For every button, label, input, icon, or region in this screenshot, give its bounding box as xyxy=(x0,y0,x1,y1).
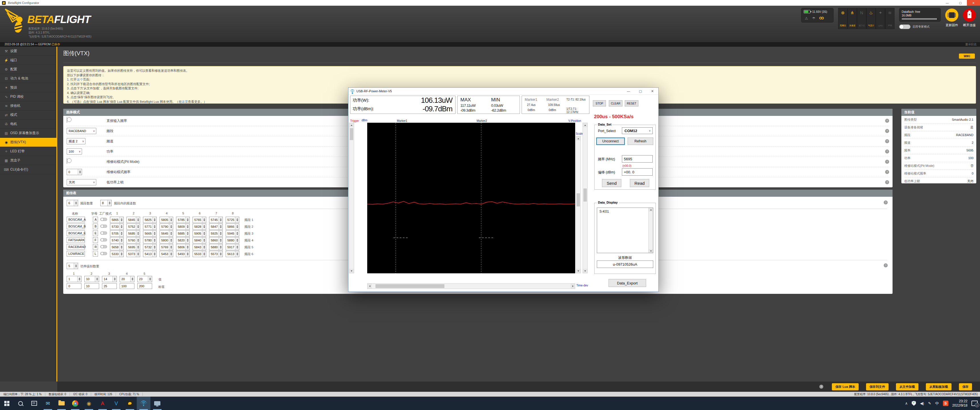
footer-button[interactable]: 从剪贴板加载 xyxy=(926,383,951,390)
freq-input[interactable]: 5790 xyxy=(159,224,173,230)
freq-input[interactable]: 5800 xyxy=(159,237,173,243)
footer-button[interactable]: 保存 xyxy=(959,383,972,390)
port-select-combo[interactable]: COM12 xyxy=(622,127,653,134)
mail-icon[interactable]: ✉ xyxy=(41,397,55,410)
power-value-input[interactable]: 14 xyxy=(102,276,117,282)
spinner-arrows[interactable] xyxy=(169,217,173,222)
power-value-input[interactable]: 20 xyxy=(120,276,134,282)
maximize-button[interactable]: ▢ xyxy=(954,0,967,6)
spinner-arrows[interactable] xyxy=(136,237,140,243)
sidebar-item-motor[interactable]: ✇电机 xyxy=(0,119,56,129)
freq-input[interactable]: 5685 xyxy=(126,230,140,237)
bands-count-input[interactable]: 6 xyxy=(67,200,78,206)
freq-input[interactable]: 5847 xyxy=(209,224,223,230)
freq-input[interactable]: 5809 xyxy=(176,224,190,230)
freq-input[interactable]: 5493 xyxy=(176,251,190,257)
frequency-input[interactable]: 5695 xyxy=(622,155,653,162)
refresh-button[interactable]: Refresh xyxy=(628,138,653,145)
start-button[interactable] xyxy=(0,397,14,410)
band-letter-input[interactable]: E xyxy=(93,230,98,236)
rf-waveform-chart[interactable] xyxy=(367,123,575,273)
mode-select[interactable]: 关闭 xyxy=(67,179,96,185)
freq-input[interactable]: 5533 xyxy=(192,251,206,257)
freq-input[interactable]: 5645 xyxy=(159,230,173,237)
sidebar-item-receiver[interactable]: ≋接收机 xyxy=(0,102,56,110)
sidebar-item-wrench[interactable]: ⚒设置 xyxy=(0,47,56,56)
spinner-arrows[interactable] xyxy=(218,224,223,229)
freq-input[interactable]: 5665 xyxy=(143,230,157,237)
freq-input[interactable]: 5745 xyxy=(209,217,223,223)
search-icon[interactable] xyxy=(14,397,27,410)
spinner-arrows[interactable] xyxy=(185,237,189,243)
sogou-input-icon[interactable]: S xyxy=(943,400,948,406)
freq-input[interactable]: 5845 xyxy=(126,217,140,223)
read-button[interactable]: Read xyxy=(630,179,649,187)
spinner-arrows[interactable] xyxy=(153,217,156,222)
power-label-input[interactable]: 0 xyxy=(67,283,81,289)
band-name-input[interactable]: BOSCAM_B xyxy=(67,224,85,229)
scale-scrollbar[interactable] xyxy=(576,136,581,273)
freq-input[interactable]: 5658 xyxy=(110,244,124,250)
freq-input[interactable]: 5917 xyxy=(226,244,239,250)
freq-input[interactable]: 5945 xyxy=(226,230,239,237)
freq-input[interactable]: 5373 xyxy=(126,251,140,257)
freq-input[interactable]: 5805 xyxy=(159,217,173,223)
mode-toggle[interactable] xyxy=(67,117,67,123)
freq-input[interactable]: 5860 xyxy=(209,237,223,243)
power-count-input[interactable]: 5 xyxy=(67,263,78,269)
freq-input[interactable]: 5820 xyxy=(176,237,190,243)
update-firmware-button[interactable]: 更新固件 xyxy=(945,8,958,27)
band-letter-input[interactable]: B xyxy=(93,224,98,229)
band-name-input[interactable]: RACEBAND xyxy=(67,244,85,250)
mode-select[interactable]: RACEBAND xyxy=(67,128,96,134)
spinner-arrows[interactable] xyxy=(218,237,223,243)
freq-input[interactable]: 5828 xyxy=(192,224,206,230)
freq-input[interactable]: 5732 xyxy=(143,244,157,250)
help-icon[interactable]: ? xyxy=(885,180,889,184)
band-letter-input[interactable]: R xyxy=(93,244,98,250)
defender-shield-icon[interactable] xyxy=(912,401,916,406)
band-letter-input[interactable]: F xyxy=(93,237,98,243)
list-scrollbar[interactable] xyxy=(648,208,653,253)
help-icon[interactable]: ? xyxy=(885,160,889,164)
spinner-arrows[interactable] xyxy=(218,244,223,250)
trigger-scrollbar[interactable] xyxy=(349,123,354,273)
freq-input[interactable]: 5825 xyxy=(143,217,157,223)
waveform-data-value[interactable]: u-09710526uA xyxy=(597,261,653,268)
help-icon[interactable]: ? xyxy=(884,200,888,205)
spinner-arrows[interactable] xyxy=(119,217,123,222)
rf-maximize-button[interactable]: ▢ xyxy=(635,88,646,95)
stop-button[interactable]: STOP xyxy=(593,100,606,106)
spinner-arrows[interactable] xyxy=(235,244,239,250)
spinner-arrows[interactable] xyxy=(78,169,82,175)
expert-mode-toggle[interactable] xyxy=(899,24,910,29)
sidebar-item-osd[interactable]: ▤OSD 屏幕叠加显示 xyxy=(0,129,56,138)
freq-input[interactable]: 5695 xyxy=(126,244,140,250)
spinner-arrows[interactable] xyxy=(74,200,78,206)
band-name-input[interactable]: LOWRACE xyxy=(67,251,85,256)
spinner-arrows[interactable] xyxy=(235,224,239,229)
power-label-input[interactable]: 200 xyxy=(137,283,152,289)
spinner-arrows[interactable] xyxy=(185,217,189,222)
spinner-arrows[interactable] xyxy=(153,224,156,229)
power-value-input[interactable]: 10 xyxy=(84,276,99,282)
spinner-arrows[interactable] xyxy=(153,230,156,236)
close-button[interactable]: ✕ xyxy=(967,0,980,6)
spinner-arrows[interactable] xyxy=(169,230,173,236)
band-name-input[interactable]: BOSCAM_E xyxy=(67,230,85,236)
rf-minimize-button[interactable]: — xyxy=(622,88,635,95)
spinner-arrows[interactable] xyxy=(202,224,206,229)
data-export-button[interactable]: Data_Export xyxy=(609,279,646,287)
help-icon[interactable]: ? xyxy=(884,263,888,267)
band-letter-input[interactable]: A xyxy=(93,217,98,222)
disconnect-button[interactable]: 断开连接 xyxy=(963,8,976,27)
factory-mode-toggle[interactable] xyxy=(100,232,107,235)
help-icon[interactable]: ? xyxy=(885,129,889,133)
spinner-arrows[interactable] xyxy=(74,263,78,269)
spinner-arrows[interactable] xyxy=(202,251,206,257)
freq-input[interactable]: 5333 xyxy=(110,251,124,257)
spinner-arrows[interactable] xyxy=(185,230,189,236)
tray-chevron-up-icon[interactable]: ∧ xyxy=(905,401,908,405)
minimize-button[interactable]: — xyxy=(941,0,954,6)
freq-input[interactable]: 5806 xyxy=(176,244,190,250)
